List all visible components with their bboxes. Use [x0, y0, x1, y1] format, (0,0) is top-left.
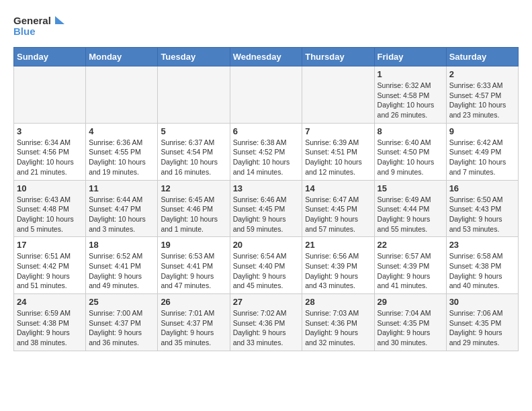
day-number: 20	[233, 240, 300, 250]
calendar-cell: 1Sunrise: 6:32 AM Sunset: 4:58 PM Daylig…	[374, 66, 446, 124]
day-number: 27	[233, 297, 300, 307]
weekday-header: Tuesday	[158, 48, 230, 66]
svg-text:Blue: Blue	[13, 26, 36, 37]
day-info: Sunrise: 6:52 AM Sunset: 4:41 PM Dayligh…	[89, 251, 154, 291]
day-number: 8	[378, 126, 443, 136]
day-info: Sunrise: 6:58 AM Sunset: 4:38 PM Dayligh…	[449, 251, 515, 291]
day-info: Sunrise: 7:01 AM Sunset: 4:37 PM Dayligh…	[161, 308, 226, 348]
calendar-week-row: 24Sunrise: 6:59 AM Sunset: 4:38 PM Dayli…	[14, 294, 519, 351]
calendar-cell: 29Sunrise: 7:04 AM Sunset: 4:35 PM Dayli…	[374, 294, 446, 351]
calendar-cell: 8Sunrise: 6:40 AM Sunset: 4:50 PM Daylig…	[374, 123, 446, 180]
day-info: Sunrise: 6:32 AM Sunset: 4:58 PM Dayligh…	[378, 81, 443, 120]
calendar-cell: 25Sunrise: 7:00 AM Sunset: 4:37 PM Dayli…	[86, 294, 158, 351]
day-info: Sunrise: 6:59 AM Sunset: 4:38 PM Dayligh…	[17, 308, 83, 348]
weekday-header: Wednesday	[230, 48, 302, 66]
day-info: Sunrise: 6:53 AM Sunset: 4:41 PM Dayligh…	[161, 251, 226, 291]
day-number: 18	[89, 240, 154, 250]
day-number: 6	[233, 126, 300, 136]
calendar-week-row: 3Sunrise: 6:34 AM Sunset: 4:56 PM Daylig…	[14, 123, 519, 180]
calendar-cell: 24Sunrise: 6:59 AM Sunset: 4:38 PM Dayli…	[14, 294, 86, 351]
day-info: Sunrise: 6:43 AM Sunset: 4:48 PM Dayligh…	[17, 195, 83, 234]
day-info: Sunrise: 6:38 AM Sunset: 4:52 PM Dayligh…	[233, 138, 300, 177]
weekday-header: Friday	[374, 48, 446, 66]
svg-text:General: General	[13, 15, 51, 26]
day-number: 4	[89, 126, 154, 136]
calendar-cell: 6Sunrise: 6:38 AM Sunset: 4:52 PM Daylig…	[230, 123, 302, 180]
day-number: 19	[161, 240, 226, 250]
day-number: 29	[378, 297, 443, 307]
calendar-cell: 21Sunrise: 6:56 AM Sunset: 4:39 PM Dayli…	[302, 237, 374, 294]
calendar-cell: 2Sunrise: 6:33 AM Sunset: 4:57 PM Daylig…	[446, 66, 518, 124]
calendar-cell: 14Sunrise: 6:47 AM Sunset: 4:45 PM Dayli…	[302, 180, 374, 237]
weekday-header: Saturday	[446, 48, 518, 66]
calendar-cell: 15Sunrise: 6:49 AM Sunset: 4:44 PM Dayli…	[374, 180, 446, 237]
calendar-cell: 10Sunrise: 6:43 AM Sunset: 4:48 PM Dayli…	[14, 180, 86, 237]
day-info: Sunrise: 7:06 AM Sunset: 4:35 PM Dayligh…	[449, 308, 515, 348]
day-info: Sunrise: 7:04 AM Sunset: 4:35 PM Dayligh…	[378, 308, 443, 348]
calendar-week-row: 10Sunrise: 6:43 AM Sunset: 4:48 PM Dayli…	[14, 180, 519, 237]
day-info: Sunrise: 6:54 AM Sunset: 4:40 PM Dayligh…	[233, 251, 300, 291]
day-number: 14	[305, 183, 371, 193]
day-info: Sunrise: 6:47 AM Sunset: 4:45 PM Dayligh…	[305, 195, 371, 234]
logo-svg: GeneralBlue	[13, 13, 67, 40]
day-number: 17	[17, 240, 83, 250]
calendar-cell	[302, 66, 374, 124]
day-number: 3	[17, 126, 83, 136]
calendar-cell: 30Sunrise: 7:06 AM Sunset: 4:35 PM Dayli…	[446, 294, 518, 351]
calendar-body: 1Sunrise: 6:32 AM Sunset: 4:58 PM Daylig…	[14, 66, 519, 351]
weekday-header: Thursday	[302, 48, 374, 66]
calendar-week-row: 17Sunrise: 6:51 AM Sunset: 4:42 PM Dayli…	[14, 237, 519, 294]
calendar-cell: 17Sunrise: 6:51 AM Sunset: 4:42 PM Dayli…	[14, 237, 86, 294]
day-info: Sunrise: 6:33 AM Sunset: 4:57 PM Dayligh…	[449, 81, 515, 120]
calendar-cell: 3Sunrise: 6:34 AM Sunset: 4:56 PM Daylig…	[14, 123, 86, 180]
day-info: Sunrise: 6:36 AM Sunset: 4:55 PM Dayligh…	[89, 138, 154, 177]
weekday-header: Monday	[86, 48, 158, 66]
day-number: 10	[17, 183, 83, 193]
header: GeneralBlue	[13, 13, 519, 40]
calendar-cell: 13Sunrise: 6:46 AM Sunset: 4:45 PM Dayli…	[230, 180, 302, 237]
day-info: Sunrise: 6:44 AM Sunset: 4:47 PM Dayligh…	[89, 195, 154, 234]
calendar-cell: 5Sunrise: 6:37 AM Sunset: 4:54 PM Daylig…	[158, 123, 230, 180]
day-info: Sunrise: 6:51 AM Sunset: 4:42 PM Dayligh…	[17, 251, 83, 291]
day-info: Sunrise: 6:37 AM Sunset: 4:54 PM Dayligh…	[161, 138, 226, 177]
day-info: Sunrise: 6:39 AM Sunset: 4:51 PM Dayligh…	[305, 138, 371, 177]
day-info: Sunrise: 6:46 AM Sunset: 4:45 PM Dayligh…	[233, 195, 300, 234]
day-number: 21	[305, 240, 371, 250]
calendar-cell: 11Sunrise: 6:44 AM Sunset: 4:47 PM Dayli…	[86, 180, 158, 237]
day-number: 25	[89, 297, 154, 307]
day-number: 7	[305, 126, 371, 136]
day-number: 11	[89, 183, 154, 193]
calendar-table: SundayMondayTuesdayWednesdayThursdayFrid…	[13, 47, 519, 351]
calendar-cell: 16Sunrise: 6:50 AM Sunset: 4:43 PM Dayli…	[446, 180, 518, 237]
calendar-cell: 22Sunrise: 6:57 AM Sunset: 4:39 PM Dayli…	[374, 237, 446, 294]
calendar-cell: 9Sunrise: 6:42 AM Sunset: 4:49 PM Daylig…	[446, 123, 518, 180]
calendar-cell: 28Sunrise: 7:03 AM Sunset: 4:36 PM Dayli…	[302, 294, 374, 351]
calendar-cell: 26Sunrise: 7:01 AM Sunset: 4:37 PM Dayli…	[158, 294, 230, 351]
day-number: 1	[378, 69, 443, 79]
calendar-cell	[86, 66, 158, 124]
day-info: Sunrise: 6:40 AM Sunset: 4:50 PM Dayligh…	[378, 138, 443, 177]
day-info: Sunrise: 6:42 AM Sunset: 4:49 PM Dayligh…	[449, 138, 515, 177]
day-number: 30	[449, 297, 515, 307]
day-info: Sunrise: 6:57 AM Sunset: 4:39 PM Dayligh…	[378, 251, 443, 291]
day-number: 16	[449, 183, 515, 193]
day-info: Sunrise: 6:56 AM Sunset: 4:39 PM Dayligh…	[305, 251, 371, 291]
day-number: 13	[233, 183, 300, 193]
weekday-header: Sunday	[14, 48, 86, 66]
day-number: 12	[161, 183, 226, 193]
day-number: 2	[449, 69, 515, 79]
day-number: 9	[449, 126, 515, 136]
day-number: 23	[449, 240, 515, 250]
day-number: 15	[378, 183, 443, 193]
day-info: Sunrise: 6:45 AM Sunset: 4:46 PM Dayligh…	[161, 195, 226, 234]
calendar-cell	[14, 66, 86, 124]
day-number: 22	[378, 240, 443, 250]
day-number: 28	[305, 297, 371, 307]
calendar-cell: 27Sunrise: 7:02 AM Sunset: 4:36 PM Dayli…	[230, 294, 302, 351]
day-info: Sunrise: 7:00 AM Sunset: 4:37 PM Dayligh…	[89, 308, 154, 348]
day-info: Sunrise: 7:02 AM Sunset: 4:36 PM Dayligh…	[233, 308, 300, 348]
calendar-header-row: SundayMondayTuesdayWednesdayThursdayFrid…	[14, 48, 519, 66]
day-info: Sunrise: 6:34 AM Sunset: 4:56 PM Dayligh…	[17, 138, 83, 177]
day-info: Sunrise: 7:03 AM Sunset: 4:36 PM Dayligh…	[305, 308, 371, 348]
calendar-cell	[158, 66, 230, 124]
